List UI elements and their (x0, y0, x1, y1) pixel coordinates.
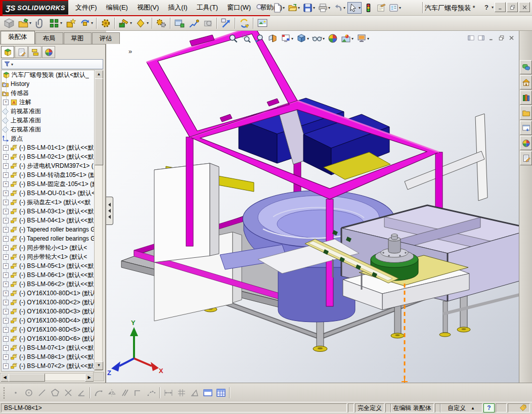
design-table-button[interactable] (202, 387, 214, 399)
rebuild-button[interactable]: ▾ (363, 2, 374, 14)
new-document-button[interactable]: ▾ (272, 2, 286, 14)
tree-item[interactable]: + 传感器 (2, 88, 95, 98)
mirror-entities-button[interactable] (106, 387, 118, 399)
viewport-pane-left-button[interactable] (467, 34, 475, 41)
section-view-button[interactable]: ▾ (267, 32, 279, 44)
display-style-button[interactable]: ▾ (295, 32, 310, 44)
tree-item[interactable]: + 右视基准面 (2, 125, 95, 134)
dropdown-arrow-icon[interactable]: ▾ (323, 36, 325, 41)
3d-model-canvas[interactable]: Y X Z (106, 31, 519, 383)
tree-expander[interactable]: + (3, 209, 9, 214)
tree-expander[interactable]: + (3, 282, 9, 287)
status-units-selector[interactable]: 自定义▲ (440, 403, 482, 412)
filter-dropdown-arrow-icon[interactable]: ▾ (11, 62, 13, 67)
menu-item[interactable]: 文件(F) (71, 2, 102, 13)
insert-components-button[interactable]: ▾ (17, 17, 32, 30)
design-library-tab[interactable] (520, 90, 532, 105)
tree-item[interactable]: + (-) BS-LM-03<1> (默认<<默 (2, 207, 95, 216)
dropdown-arrow-icon[interactable]: ▾ (60, 21, 62, 25)
tree-expander[interactable]: + (3, 263, 9, 269)
tree-item[interactable]: + (-) 同步带轮小<1> (默认< (2, 243, 95, 252)
app-minimize-button[interactable] (495, 2, 506, 12)
propertymanager-tab[interactable] (15, 46, 28, 58)
tree-item[interactable]: + (-) BS-LM-06<1> (默认<<默 (2, 270, 95, 280)
dropdown-arrow-icon[interactable]: ▾ (283, 6, 285, 10)
undo-button[interactable]: ▾ (332, 2, 346, 14)
tree-item[interactable]: + (-) BS-LM-05<1> (默认<<默 (2, 261, 95, 270)
save-button[interactable]: ▾ (302, 2, 316, 14)
dropdown-arrow-icon[interactable]: ▾ (147, 21, 149, 25)
tree-expander[interactable]: + (3, 172, 9, 178)
tree-item[interactable]: + (-) OY16X100-80D<5> (默认 (2, 325, 95, 334)
tree-item[interactable]: + (-) BS-LM-07<1> (默认<<默 (2, 343, 95, 352)
tree-item[interactable]: + (-) OY16X100-80D<1> (默认 (2, 289, 95, 298)
tangent-arc-button[interactable] (93, 387, 105, 399)
app-close-button[interactable] (519, 2, 530, 12)
tree-expander[interactable]: + (3, 272, 9, 278)
solidworks-resources-tab[interactable] (520, 75, 532, 89)
solidworks-forum-tab[interactable] (520, 60, 532, 74)
spline-button[interactable] (145, 387, 157, 399)
tree-expander[interactable]: + (3, 236, 9, 242)
tree-root-item[interactable]: 汽车厂螺母预装 (默认<默认_ (2, 70, 95, 79)
custom-properties-tab[interactable] (520, 151, 532, 165)
menu-search-icon[interactable] (255, 3, 264, 12)
tree-item[interactable]: + (-) 步进电机VRDM397<1> ( (2, 161, 95, 170)
document-restore-button[interactable] (497, 34, 506, 41)
units-dropdown-arrow-icon[interactable]: ▲ (471, 406, 475, 410)
tree-expander[interactable]: + (3, 363, 9, 369)
tree-expander[interactable]: + (3, 336, 9, 342)
commandmanager-tab[interactable]: 评估 (92, 32, 120, 44)
menu-item[interactable]: 编辑(E) (102, 2, 132, 13)
tree-horizontal-scrollbar[interactable]: ◀ ▶ (0, 373, 94, 381)
tree-expander[interactable]: + (3, 291, 9, 296)
new-motion-study-button[interactable] (155, 17, 168, 30)
exploded-view-button[interactable] (173, 17, 186, 30)
help-button[interactable]: ? (483, 4, 490, 11)
appearances-scenes-tab[interactable] (520, 136, 532, 150)
tree-item[interactable]: + (-) OY16X100-80D<2> (默认 (2, 298, 95, 307)
scroll-thumb[interactable] (95, 78, 103, 165)
bom-table-button[interactable] (215, 387, 227, 399)
scroll-down-button[interactable]: ▼ (95, 361, 103, 370)
tree-item[interactable]: + (-) OY16X100-80D<3> (默认 (2, 307, 95, 316)
grid-settings-button[interactable] (175, 387, 188, 399)
menu-item[interactable]: 窗口(W) (223, 2, 255, 13)
tree-item[interactable]: + (-) BS-LM-07<2> (默认<<默 (2, 361, 95, 371)
smart-dimension-button[interactable] (162, 387, 174, 399)
displaymanager-tab[interactable] (42, 46, 55, 58)
tree-expander[interactable]: + (3, 163, 9, 169)
menu-item[interactable]: 插入(I) (163, 2, 192, 13)
panel-overflow-chevron[interactable]: » (128, 48, 132, 55)
tree-item[interactable]: + History (2, 79, 95, 88)
sketch-fillet-button[interactable] (75, 387, 87, 399)
tree-expander[interactable]: + (3, 327, 9, 333)
sketch-point-button[interactable] (10, 387, 22, 399)
tag-icon[interactable] (519, 404, 527, 412)
featuremanager-tab[interactable] (1, 46, 14, 58)
dropdown-arrow-icon[interactable]: ▾ (351, 36, 353, 41)
tree-expander[interactable]: + (3, 218, 9, 223)
tree-expander[interactable]: + (3, 345, 9, 351)
tree-item[interactable]: + 前视基准面 (2, 107, 95, 116)
tree-item[interactable]: + (-) OY16X100-80D<4> (默认 (2, 316, 95, 325)
panel-splitter-handle[interactable] (106, 197, 113, 225)
smart-fasteners-button[interactable]: ▾ (64, 17, 77, 30)
options-button[interactable]: ▾ (388, 2, 402, 14)
scroll-left-button[interactable]: ◀ (1, 374, 9, 382)
show-hidden-components-button[interactable]: ▾ (99, 17, 112, 30)
hide-show-items-button[interactable]: ▾ (311, 32, 326, 44)
tree-item[interactable]: + (-) 振动盘左<1> (默认<<默 (2, 198, 95, 207)
toolbar-drag-handle[interactable] (3, 387, 5, 399)
tree-expander[interactable]: + (3, 300, 9, 305)
tree-item[interactable]: + (-) Tapered roller bearings GB (2, 225, 95, 234)
offset-entities-button[interactable] (119, 387, 131, 399)
commandmanager-tab[interactable]: 草图 (64, 32, 92, 44)
view-settings-button[interactable]: ▾ (356, 32, 370, 44)
tree-item[interactable]: + (-) 同步带轮大<1> (默认< (2, 252, 95, 261)
dropdown-arrow-icon[interactable]: ▾ (29, 21, 31, 25)
dropdown-arrow-icon[interactable]: ▾ (307, 36, 309, 41)
large-assembly-mode-button[interactable] (219, 17, 233, 30)
update-speedpak-button[interactable] (238, 17, 251, 30)
mate-button[interactable]: ▾ (33, 17, 47, 30)
